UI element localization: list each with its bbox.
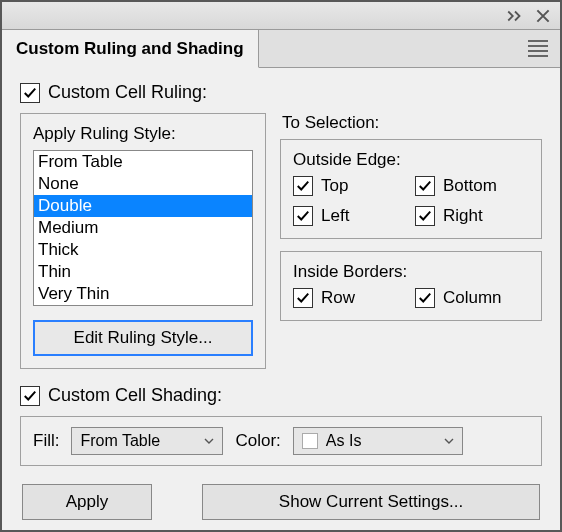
apply-ruling-style-group: Apply Ruling Style: From Table None Doub… (20, 113, 266, 369)
shading-controls-group: Fill: From Table Color: As Is (20, 416, 542, 466)
chevron-down-icon (204, 432, 214, 450)
outside-top-checkbox[interactable] (293, 176, 313, 196)
show-current-settings-button[interactable]: Show Current Settings... (202, 484, 540, 520)
outside-right-checkbox[interactable] (415, 206, 435, 226)
custom-cell-shading-label: Custom Cell Shading: (48, 385, 222, 406)
custom-cell-ruling-row: Custom Cell Ruling: (20, 82, 542, 103)
bottom-button-row: Apply Show Current Settings... (20, 484, 542, 520)
to-selection-column: To Selection: Outside Edge: Top Bottom (280, 113, 542, 369)
list-item[interactable]: Very Thin (34, 283, 252, 305)
inside-row-row: Row (293, 288, 407, 308)
titlebar (2, 2, 560, 30)
outside-bottom-label: Bottom (443, 176, 497, 196)
inside-row-label: Row (321, 288, 355, 308)
dialog-custom-ruling-shading: Custom Ruling and Shading Custom Cell Ru… (0, 0, 562, 532)
apply-ruling-style-label: Apply Ruling Style: (33, 124, 253, 144)
outside-bottom-checkbox[interactable] (415, 176, 435, 196)
outside-edge-label: Outside Edge: (293, 150, 529, 170)
outside-top-label: Top (321, 176, 348, 196)
outside-left-checkbox[interactable] (293, 206, 313, 226)
edit-ruling-style-button[interactable]: Edit Ruling Style... (33, 320, 253, 356)
list-item[interactable]: Thin (34, 261, 252, 283)
to-selection-label: To Selection: (280, 113, 542, 133)
outside-left-label: Left (321, 206, 349, 226)
panel-menu-icon[interactable] (526, 40, 560, 57)
outside-bottom-row: Bottom (415, 176, 529, 196)
apply-button[interactable]: Apply (22, 484, 152, 520)
inside-borders-group: Inside Borders: Row Column (280, 251, 542, 321)
ruling-style-list[interactable]: From Table None Double Medium Thick Thin… (33, 150, 253, 306)
color-label: Color: (235, 431, 280, 451)
dialog-body: Custom Cell Ruling: Apply Ruling Style: … (2, 68, 560, 532)
minimize-icon[interactable] (506, 7, 524, 25)
outside-right-row: Right (415, 206, 529, 226)
chevron-down-icon (444, 432, 454, 450)
tabbar: Custom Ruling and Shading (2, 30, 560, 68)
close-icon[interactable] (534, 7, 552, 25)
list-item[interactable]: None (34, 173, 252, 195)
ruling-columns: Apply Ruling Style: From Table None Doub… (20, 113, 542, 369)
fill-select[interactable]: From Table (71, 427, 223, 455)
custom-cell-ruling-checkbox[interactable] (20, 83, 40, 103)
list-item[interactable]: Thick (34, 239, 252, 261)
custom-cell-shading-checkbox[interactable] (20, 386, 40, 406)
list-item[interactable]: From Table (34, 151, 252, 173)
fill-select-value: From Table (80, 432, 160, 450)
list-item[interactable]: Double (34, 195, 252, 217)
inside-column-checkbox[interactable] (415, 288, 435, 308)
custom-cell-shading-row: Custom Cell Shading: (20, 385, 542, 406)
outside-top-row: Top (293, 176, 407, 196)
list-item[interactable]: Medium (34, 217, 252, 239)
color-select-value: As Is (326, 432, 362, 450)
inside-column-label: Column (443, 288, 502, 308)
tab-custom-ruling[interactable]: Custom Ruling and Shading (2, 30, 259, 68)
custom-cell-ruling-label: Custom Cell Ruling: (48, 82, 207, 103)
inside-borders-label: Inside Borders: (293, 262, 529, 282)
color-select[interactable]: As Is (293, 427, 463, 455)
outside-left-row: Left (293, 206, 407, 226)
color-swatch (302, 433, 318, 449)
fill-label: Fill: (33, 431, 59, 451)
outside-edge-group: Outside Edge: Top Bottom Left (280, 139, 542, 239)
inside-column-row: Column (415, 288, 529, 308)
inside-row-checkbox[interactable] (293, 288, 313, 308)
outside-right-label: Right (443, 206, 483, 226)
